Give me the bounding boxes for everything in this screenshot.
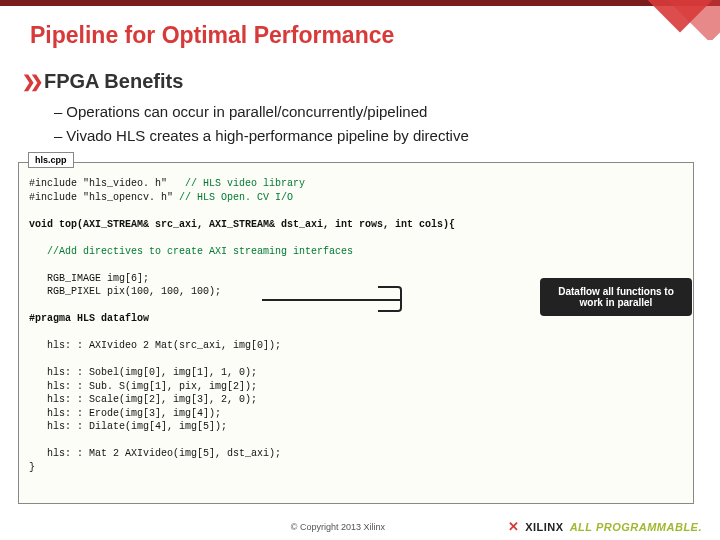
code-line: hls: : AXIvideo 2 Mat(src_axi, img[0]); xyxy=(47,340,281,351)
corner-decoration xyxy=(640,0,720,40)
code-line: hls: : Erode(img[3], img[4]); xyxy=(47,408,221,419)
code-line: void top(AXI_STREAM& src_axi, AXI_STREAM… xyxy=(29,219,455,230)
code-line: hls: : Sub. S(img[1], pix, img[2]); xyxy=(47,381,257,392)
code-line: #include "hls_opencv. h" xyxy=(29,192,173,203)
accent-bar xyxy=(0,0,720,6)
filename-tab: hls.cpp xyxy=(28,152,74,168)
callout-box: Dataflow all functions to work in parall… xyxy=(540,278,692,316)
bullet-text: Operations can occur in parallel/concurr… xyxy=(66,103,427,120)
code-pragma: #pragma HLS dataflow xyxy=(29,313,149,324)
slide-title: Pipeline for Optimal Performance xyxy=(30,22,394,49)
code-line: #include "hls_video. h" xyxy=(29,178,167,189)
code-line: hls: : Mat 2 AXIvideo(img[5], dst_axi); xyxy=(47,448,281,459)
xilinx-x-icon: ✕ xyxy=(508,519,520,534)
bullet-list: –Operations can occur in parallel/concur… xyxy=(54,100,469,148)
code-line: hls: : Sobel(img[0], img[1], 1, 0); xyxy=(47,367,257,378)
copyright-text: © Copyright 2013 Xilinx xyxy=(168,522,508,532)
subtitle-row: ❯❯ FPGA Benefits xyxy=(22,70,183,93)
bracket-icon xyxy=(378,286,402,312)
brand-name: XILINX xyxy=(525,521,563,533)
code-line: } xyxy=(29,462,35,473)
subtitle: FPGA Benefits xyxy=(44,70,183,93)
code-line: RGB_IMAGE img[6]; xyxy=(47,273,149,284)
code-block: #include "hls_video. h" // HLS video lib… xyxy=(18,162,694,504)
code-line: hls: : Dilate(img[4], img[5]); xyxy=(47,421,227,432)
code-comment: // HLS video library xyxy=(185,178,305,189)
bullet-item: –Vivado HLS creates a high-performance p… xyxy=(54,124,469,148)
code-comment: //Add directives to create AXI streaming… xyxy=(47,246,353,257)
chevron-icon: ❯❯ xyxy=(22,72,38,91)
code-line: RGB_PIXEL pix(100, 100, 100); xyxy=(47,286,221,297)
code-line: hls: : Scale(img[2], img[3], 2, 0); xyxy=(47,394,257,405)
footer: © Copyright 2013 Xilinx ✕ XILINX ALL PRO… xyxy=(0,519,720,534)
bullet-text: Vivado HLS creates a high-performance pi… xyxy=(66,127,468,144)
code-comment: // HLS Open. CV I/O xyxy=(179,192,293,203)
brand-tagline: ALL PROGRAMMABLE. xyxy=(570,521,702,533)
brand-logo: ✕ XILINX ALL PROGRAMMABLE. xyxy=(508,519,702,534)
bullet-item: –Operations can occur in parallel/concur… xyxy=(54,100,469,124)
